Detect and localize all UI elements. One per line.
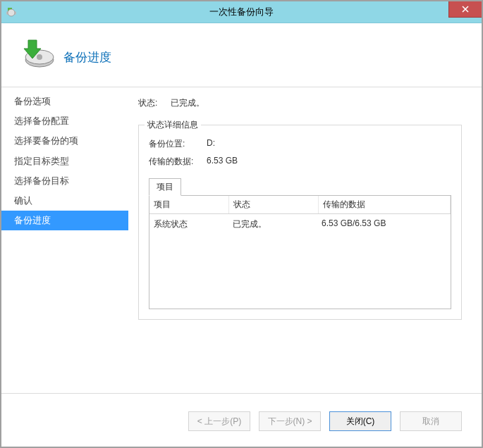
cell-transferred: 6.53 GB/6.53 GB [317,214,451,235]
wizard-footer: < 上一步(P) 下一步(N) > 关闭(C) 取消 [1,393,482,448]
window-title: 一次性备份向导 [209,6,274,18]
step-target-type[interactable]: 指定目标类型 [1,151,128,171]
location-value: D: [207,138,215,150]
step-select-target[interactable]: 选择备份目标 [1,171,128,191]
col-item[interactable]: 项目 [149,196,229,213]
next-button: 下一步(N) > [259,411,321,431]
tab-items[interactable]: 项目 [149,178,181,196]
transferred-label: 传输的数据: [149,156,207,168]
close-label: 关闭(C) [346,416,375,428]
app-icon [6,6,17,18]
transferred-value: 6.53 GB [207,156,238,168]
location-row: 备份位置: D: [149,138,451,150]
step-backup-options[interactable]: 备份选项 [1,92,128,111]
wizard-content: 状态: 已完成。 状态详细信息 备份位置: D: 传输的数据: 6.53 GB … [128,87,482,393]
close-wizard-button[interactable]: 关闭(C) [329,411,391,431]
col-state[interactable]: 状态 [229,196,319,213]
status-row: 状态: 已完成。 [138,97,462,109]
page-title: 备份进度 [63,49,111,66]
svg-point-1 [8,9,15,16]
svg-point-4 [37,54,42,60]
wizard-window: 一次性备份向导 备份进度 备份选项 选择备份配置 选择要备份的项 指定目标类型 … [1,1,482,447]
wizard-steps: 备份选项 选择备份配置 选择要备份的项 指定目标类型 选择备份目标 确认 备份进… [1,87,128,393]
cell-state: 已完成。 [228,214,317,235]
back-button: < 上一步(P) [188,411,250,431]
status-details-group: 状态详细信息 备份位置: D: 传输的数据: 6.53 GB 项目 项目 [138,125,462,320]
wizard-header: 备份进度 [1,23,482,87]
cell-item: 系统状态 [149,214,228,235]
group-title: 状态详细信息 [145,119,201,131]
col-transferred[interactable]: 传输的数据 [319,196,451,213]
wizard-body: 备份选项 选择备份配置 选择要备份的项 指定目标类型 选择备份目标 确认 备份进… [1,87,482,393]
backup-icon [16,37,55,77]
cancel-button: 取消 [400,411,462,431]
title-bar: 一次性备份向导 [1,1,482,23]
tab-page: 项目 状态 传输的数据 系统状态 已完成。 6.53 GB/6.53 GB [149,195,451,309]
status-value: 已完成。 [171,97,462,109]
status-label: 状态: [138,97,171,109]
close-button[interactable] [448,1,482,18]
step-backup-progress[interactable]: 备份进度 [1,211,128,230]
table-header: 项目 状态 传输的数据 [149,196,451,214]
step-confirm[interactable]: 确认 [1,191,128,211]
tab-control: 项目 项目 状态 传输的数据 系统状态 已完成。 6.53 GB/6.53 GB [149,178,451,309]
table-row[interactable]: 系统状态 已完成。 6.53 GB/6.53 GB [149,214,451,235]
close-icon [462,6,469,13]
location-label: 备份位置: [149,138,207,150]
tabstrip: 项目 [149,178,451,195]
step-select-config[interactable]: 选择备份配置 [1,111,128,131]
step-select-items[interactable]: 选择要备份的项 [1,131,128,151]
transferred-row: 传输的数据: 6.53 GB [149,156,451,168]
